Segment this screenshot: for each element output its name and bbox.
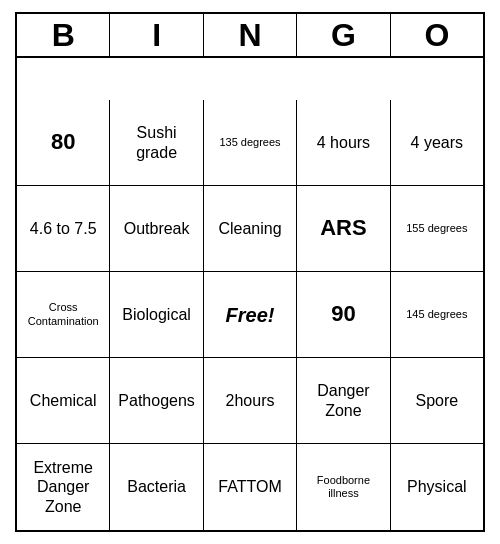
cell-r0-c1: Sushi grade [110, 100, 203, 186]
header-cell: G [297, 14, 390, 58]
cell-r4-c0: Extreme Danger Zone [17, 444, 110, 530]
header-cell: I [110, 14, 203, 58]
cell-r4-c2: FATTOM [204, 444, 297, 530]
header-cell: N [204, 14, 297, 58]
cell-r2-c4: 145 degrees [391, 272, 483, 358]
bingo-row-2: Cross ContaminationBiologicalFree!90145 … [17, 272, 483, 358]
cell-r2-c1: Biological [110, 272, 203, 358]
cell-r1-c3: ARS [297, 186, 390, 272]
cell-r3-c0: Chemical [17, 358, 110, 444]
bingo-card: BINGO80Sushi grade135 degrees4 hours4 ye… [15, 12, 485, 532]
header-row: BINGO [17, 14, 483, 100]
header-cell: B [17, 14, 110, 58]
cell-r2-c3: 90 [297, 272, 390, 358]
cell-r0-c0: 80 [17, 100, 110, 186]
cell-r2-c0: Cross Contamination [17, 272, 110, 358]
cell-r3-c4: Spore [391, 358, 483, 444]
cell-r4-c3: Foodborne illness [297, 444, 390, 530]
cell-r0-c3: 4 hours [297, 100, 390, 186]
cell-r3-c3: Danger Zone [297, 358, 390, 444]
cell-r4-c1: Bacteria [110, 444, 203, 530]
cell-r3-c2: 2hours [204, 358, 297, 444]
cell-r4-c4: Physical [391, 444, 483, 530]
cell-r2-c2: Free! [204, 272, 297, 358]
bingo-row-3: ChemicalPathogens2hoursDanger ZoneSpore [17, 358, 483, 444]
cell-r0-c2: 135 degrees [204, 100, 297, 186]
cell-r0-c4: 4 years [391, 100, 483, 186]
header-cell: O [391, 14, 483, 58]
bingo-row-0: 80Sushi grade135 degrees4 hours4 years [17, 100, 483, 186]
cell-r1-c2: Cleaning [204, 186, 297, 272]
cell-r1-c1: Outbreak [110, 186, 203, 272]
cell-r1-c0: 4.6 to 7.5 [17, 186, 110, 272]
bingo-row-1: 4.6 to 7.5OutbreakCleaningARS155 degrees [17, 186, 483, 272]
bingo-row-4: Extreme Danger ZoneBacteriaFATTOMFoodbor… [17, 444, 483, 530]
cell-r1-c4: 155 degrees [391, 186, 483, 272]
cell-r3-c1: Pathogens [110, 358, 203, 444]
